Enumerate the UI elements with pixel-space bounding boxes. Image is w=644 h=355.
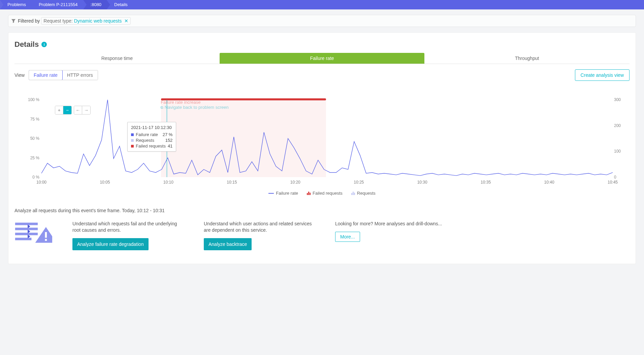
tooltip-label: Failure rate	[136, 132, 161, 137]
svg-rect-0	[15, 223, 38, 225]
svg-rect-3	[15, 238, 32, 240]
tooltip-row: Failure rate 27 %	[131, 132, 172, 137]
legend-item[interactable]: Failed requests	[307, 191, 343, 196]
pan-group: ← →	[74, 106, 91, 115]
tooltip-value: 41	[168, 143, 172, 149]
filter-chip-value: Dynamic web requests	[74, 18, 122, 24]
tooltip-value: 27 %	[163, 132, 173, 137]
analyze-columns: Understand which requests fail and the u…	[14, 221, 630, 250]
zoom-group: + −	[55, 106, 72, 115]
zoom-out-button[interactable]: −	[63, 106, 71, 114]
tooltip-row: Failed requests 41	[131, 143, 172, 149]
legend-label: Failed requests	[313, 191, 343, 196]
legend-item[interactable]: Requests	[351, 191, 376, 196]
page-title: Details i	[14, 40, 630, 49]
more-analyses-button[interactable]: More...	[335, 232, 360, 242]
legend-swatch-icon	[131, 133, 134, 136]
view-segmented: Failure rate HTTP errors	[29, 70, 98, 80]
legend-label: Requests	[357, 191, 376, 196]
filter-prefix: Filtered by	[18, 18, 40, 24]
page-title-text: Details	[14, 40, 39, 49]
analyze-col-3: Looking for more? More analyses and dril…	[335, 221, 442, 242]
breadcrumb-item[interactable]: :8080	[83, 0, 107, 9]
view-option-http-errors[interactable]: HTTP errors	[62, 70, 98, 80]
chart-tooltip: 2021-11-17 10:12:30 Failure rate 27 % Re…	[127, 122, 176, 152]
breadcrumb: Problems Problem P-2111554 :8080 Details	[0, 0, 644, 9]
analysis-illustration-icon	[14, 221, 52, 244]
legend-swatch-icon	[131, 145, 134, 148]
analyze-col-1: Understand which requests fail and the u…	[72, 221, 184, 250]
filter-icon	[11, 19, 16, 23]
filter-chip-label: Request type:	[43, 18, 72, 24]
filter-chip[interactable]: Request type: Dynamic web requests ✕	[41, 17, 131, 25]
legend-line-icon	[268, 193, 274, 194]
analyze-col-2: Understand which user actions and relate…	[204, 221, 315, 250]
analyze-headline: Analyze all requests during this event's…	[14, 208, 630, 213]
analyze-col3-text: Looking for more? More analyses and dril…	[335, 221, 442, 227]
legend-item[interactable]: Failure rate	[268, 191, 298, 196]
analyze-backtrace-button[interactable]: Analyze backtrace	[204, 238, 252, 250]
legend-swatch-icon	[131, 139, 134, 142]
pan-left-button[interactable]: ←	[74, 106, 82, 114]
svg-rect-2	[15, 233, 38, 235]
analyze-col2-text: Understand which user actions and relate…	[204, 221, 315, 233]
svg-rect-4	[45, 232, 47, 238]
filter-bar[interactable]: Filtered by Request type: Dynamic web re…	[8, 15, 636, 27]
tab-response-time[interactable]: Response time	[14, 53, 220, 64]
x-axis: 10:0010:0510:1010:1510:2010:2510:3010:35…	[41, 180, 613, 187]
svg-rect-1	[15, 228, 38, 230]
chart-plot[interactable]: 0 %25 %50 %75 %100 % 0100200300 10:0010:…	[41, 100, 613, 187]
breadcrumb-item[interactable]: Problems	[0, 0, 31, 9]
zoom-in-button[interactable]: +	[55, 106, 63, 114]
tooltip-label: Failed requests	[136, 143, 166, 149]
chart-nav-controls: + − ← →	[55, 106, 91, 115]
tooltip-value: 152	[165, 138, 173, 143]
analyze-failure-rate-button[interactable]: Analyze failure rate degradation	[72, 238, 149, 250]
info-icon[interactable]: i	[41, 42, 47, 47]
tooltip-row: Requests 152	[131, 138, 172, 143]
close-icon[interactable]: ✕	[124, 18, 128, 24]
svg-rect-5	[45, 239, 47, 241]
y-axis-right: 0100200300	[614, 100, 626, 177]
legend-label: Failure rate	[276, 191, 298, 196]
tooltip-label: Requests	[136, 138, 163, 143]
pan-right-button[interactable]: →	[82, 106, 90, 114]
metric-tabs: Response time Failure rate Throughput	[14, 53, 630, 64]
view-toggle-row: View Failure rate HTTP errors Create ana…	[14, 69, 630, 81]
tab-throughput[interactable]: Throughput	[424, 53, 630, 64]
chart-legend: Failure rate Failed requests Requests	[14, 191, 630, 196]
breadcrumb-item: Details	[107, 0, 133, 9]
analyze-col1-text: Understand which requests fail and the u…	[72, 221, 184, 233]
legend-bars-icon	[351, 192, 355, 195]
view-label: View	[14, 72, 25, 78]
tab-failure-rate[interactable]: Failure rate	[220, 53, 425, 64]
legend-bars-icon	[307, 192, 311, 195]
details-card: Details i Response time Failure rate Thr…	[8, 32, 636, 264]
y-axis-left: 0 %25 %50 %75 %100 %	[26, 100, 39, 177]
view-option-failure-rate[interactable]: Failure rate	[29, 70, 63, 80]
tooltip-timestamp: 2021-11-17 10:12:30	[131, 125, 172, 130]
chart-area: Failure rate increase ⧉ Navigate back to…	[14, 100, 630, 196]
create-analysis-view-button[interactable]: Create analysis view	[575, 69, 630, 81]
breadcrumb-item[interactable]: Problem P-2111554	[31, 0, 83, 9]
